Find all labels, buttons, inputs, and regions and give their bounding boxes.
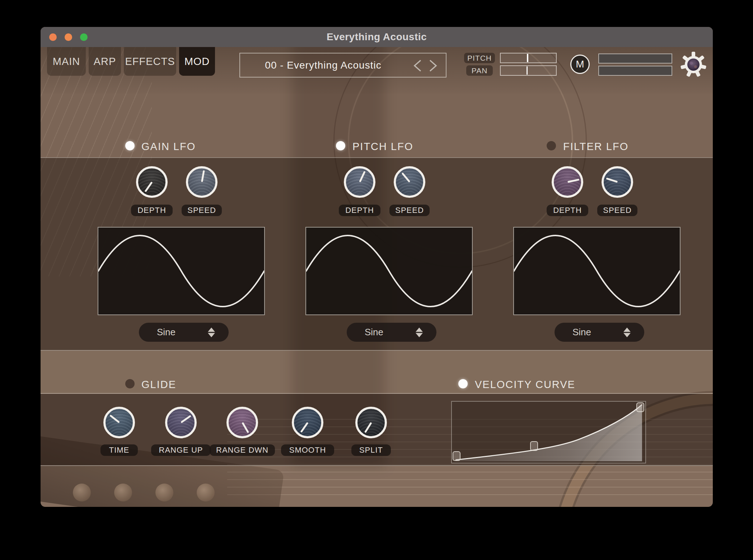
fullscreen-button[interactable] — [80, 33, 88, 41]
preset-name: 00 - Everything Acoustic — [265, 60, 381, 71]
filter-lfo-led[interactable] — [547, 141, 556, 150]
pan-slider[interactable] — [500, 65, 557, 76]
knob-pointer — [201, 170, 205, 182]
tab-arp[interactable]: ARP — [89, 47, 121, 76]
label-text: SPLIT — [359, 445, 383, 455]
velocity-handle-mid[interactable] — [530, 441, 538, 451]
plugin-window: Everything Acoustic MAIN ARP EFFECTS MOD… — [41, 27, 713, 507]
glide-smooth-knob[interactable] — [292, 407, 323, 438]
pitch-label-text: PITCH — [467, 54, 492, 62]
triangle-up-icon — [416, 327, 423, 332]
select-arrows-icon — [208, 327, 215, 337]
pitch-depth-label: DEPTH — [339, 205, 380, 216]
triangle-up-icon — [208, 327, 215, 332]
sine-wave-icon — [98, 228, 264, 314]
gain-lfo-led[interactable] — [125, 141, 135, 150]
velocity-handle-low[interactable] — [453, 451, 460, 461]
label-text: SPEED — [395, 206, 424, 215]
knob-pointer — [364, 422, 372, 433]
chevron-right-icon — [430, 60, 436, 71]
glide-range-up-knob[interactable] — [165, 407, 197, 438]
pitch-lfo-depth-knob[interactable] — [344, 166, 375, 198]
glide-led[interactable] — [125, 379, 135, 388]
titlebar: Everything Acoustic — [41, 27, 713, 47]
label-text: RANGE UP — [159, 445, 203, 455]
velocity-curve-led[interactable] — [458, 379, 468, 388]
knob-pointer — [300, 422, 308, 433]
sine-wave-icon — [306, 228, 472, 314]
pitch-lfo-waveform-display — [305, 227, 473, 315]
triangle-up-icon — [623, 327, 631, 332]
tab-mod[interactable]: MOD — [179, 47, 215, 76]
velocity-curve-display[interactable] — [451, 401, 646, 463]
label-text: DEPTH — [345, 206, 374, 215]
gain-lfo-wave-select[interactable]: Sine — [139, 323, 229, 342]
knob-pointer — [109, 415, 120, 423]
pitch-label: PITCH — [464, 53, 495, 63]
glide-time-knob[interactable] — [103, 407, 135, 438]
glide-smooth-label: SMOOTH — [281, 444, 334, 456]
knob-pointer — [606, 177, 618, 183]
glide-split-knob[interactable] — [355, 407, 387, 438]
triangle-down-icon — [208, 333, 215, 337]
knob-pointer — [242, 422, 249, 433]
knob-pointer — [359, 171, 365, 182]
label-text: DEPTH — [553, 206, 582, 215]
selected-wave: Sine — [365, 327, 383, 338]
velocity-curve-title: VELOCITY CURVE — [475, 379, 575, 391]
label-text: TIME — [109, 445, 130, 455]
tab-effects[interactable]: EFFECTS — [124, 47, 176, 76]
knob-pointer — [144, 182, 153, 192]
gain-lfo-title: GAIN LFO — [141, 141, 196, 153]
knob-pointer — [567, 179, 579, 183]
knob-pointer — [401, 172, 410, 182]
gain-lfo-speed-knob[interactable] — [186, 166, 218, 198]
mono-button-label: M — [576, 59, 584, 70]
gain-speed-label: SPEED — [182, 205, 222, 216]
label-text: SPEED — [603, 206, 632, 215]
triangle-down-icon — [623, 333, 631, 337]
velocity-curve-graph — [452, 402, 645, 463]
close-button[interactable] — [49, 33, 57, 41]
preset-selector[interactable]: 00 - Everything Acoustic — [239, 53, 446, 78]
pitch-lfo-wave-select[interactable]: Sine — [347, 323, 436, 342]
pan-slider-handle[interactable] — [527, 66, 528, 75]
pitch-slider-handle[interactable] — [527, 54, 528, 62]
minimize-button[interactable] — [65, 33, 72, 41]
filter-lfo-speed-knob[interactable] — [602, 166, 633, 198]
filter-lfo-waveform-display — [513, 227, 680, 315]
glide-split-label: SPLIT — [351, 444, 391, 456]
label-text: DEPTH — [137, 206, 166, 215]
tab-label: ARP — [94, 56, 116, 67]
select-arrows-icon — [416, 327, 423, 337]
glide-title: GLIDE — [141, 379, 176, 391]
mono-button[interactable]: M — [570, 55, 590, 74]
gain-lfo-waveform-display — [98, 227, 265, 315]
pan-label-text: PAN — [472, 66, 488, 75]
label-text: SMOOTH — [289, 445, 326, 455]
tab-label: MAIN — [53, 56, 80, 67]
velocity-handle-high[interactable] — [636, 402, 644, 412]
tab-label: MOD — [184, 56, 210, 67]
pitch-lfo-led[interactable] — [336, 141, 345, 150]
preset-prev-next-icons[interactable] — [412, 59, 439, 73]
glide-range-up-label: RANGE UP — [151, 444, 211, 456]
filter-lfo-wave-select[interactable]: Sine — [555, 323, 644, 342]
glide-time-label: TIME — [100, 444, 138, 456]
window-title: Everything Acoustic — [327, 31, 427, 43]
label-text: SPEED — [187, 206, 216, 215]
gain-lfo-depth-knob[interactable] — [136, 166, 168, 198]
label-text: RANGE DWN — [216, 445, 268, 455]
tab-main[interactable]: MAIN — [47, 47, 86, 76]
gain-depth-label: DEPTH — [131, 205, 173, 216]
level-meter-top — [598, 53, 672, 64]
pitch-slider[interactable] — [500, 53, 557, 63]
pitch-lfo-title: PITCH LFO — [352, 141, 413, 153]
settings-gear-icon[interactable] — [680, 52, 706, 78]
glide-range-dwn-label: RANGE DWN — [210, 444, 275, 456]
glide-range-dwn-knob[interactable] — [226, 407, 258, 438]
bottom-strip — [41, 466, 713, 507]
pitch-lfo-speed-knob[interactable] — [394, 166, 425, 198]
knob-pointer — [181, 415, 191, 423]
filter-lfo-depth-knob[interactable] — [552, 166, 583, 198]
